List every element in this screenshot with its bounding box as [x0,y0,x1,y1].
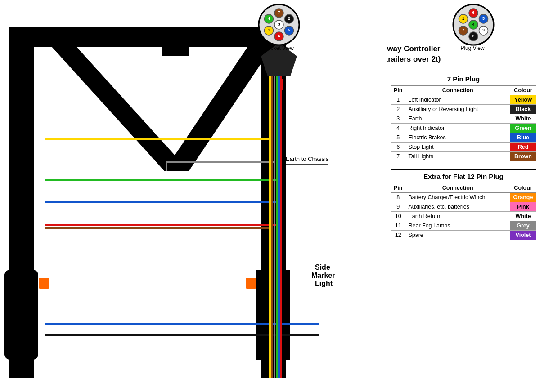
svg-rect-0 [0,0,387,392]
svg-text:Light: Light [14,280,32,287]
pin-number: 5 [391,133,405,143]
plug-view-label: Plug View [454,45,490,51]
pin-number: 7 [391,152,405,161]
connection-name: Tail Lights [405,152,510,161]
svg-rect-5 [9,27,286,47]
colour-cell: Yellow [510,95,536,105]
wiring-diagram: Side Marker Light Side Marker Light Eart… [0,0,387,392]
colour-cell: Black [510,105,536,114]
connection-name: Electric Brakes [405,133,510,143]
pin-number: 1 [391,95,405,105]
colour-cell: Brown [510,152,536,161]
7pin-header-colour: Colour [510,86,536,95]
connection-name: Earth Return [405,212,510,221]
svg-rect-10 [39,278,50,289]
table-row: 6 Stop Light Red [391,143,536,152]
colour-cell: Red [510,143,536,152]
colour-cell: Violet [510,231,536,240]
colour-cell: Green [510,124,536,133]
svg-text:Light: Light [315,280,333,287]
7pin-caption: 7 Pin Plug [391,72,536,85]
pin-number: 11 [391,221,405,231]
svg-text:Marker: Marker [311,272,335,279]
connection-name: Auxilliary or Reversing Light [405,105,510,114]
side-marker-right-label: Side [315,263,330,271]
side-marker-left-label: Side [14,263,29,271]
pin-number: 2 [391,105,405,114]
table-row: 1 Left Indicator Yellow [391,95,536,105]
pin-number: 12 [391,231,405,240]
7pin-table: 7 Pin Plug Pin Connection Colour 1 Left … [391,72,536,161]
socket-view-diagram [247,4,312,46]
colour-cell: Blue [510,133,536,143]
12pin-header-pin: Pin [391,183,405,193]
connection-name: Spare [405,231,510,240]
svg-rect-9 [256,270,290,360]
colour-cell: Orange [510,193,536,202]
svg-rect-6 [162,47,189,56]
connection-name: Right Indicator [405,124,510,133]
connection-name: Left Indicator [405,95,510,105]
colour-cell: White [510,212,536,221]
table-row: 11 Rear Fog Lamps Grey [391,221,536,231]
12pin-table: Extra for Flat 12 Pin Plug Pin Connectio… [391,169,536,240]
pin-number: 9 [391,202,405,212]
12pin-header-connection: Connection [405,183,510,193]
connection-name: Earth [405,114,510,124]
table-row: 7 Tail Lights Brown [391,152,536,161]
table-row: 10 Earth Return White [391,212,536,221]
plug-view-diagram [441,4,506,46]
table-row: 8 Battery Charger/Electric Winch Orange [391,193,536,202]
table-row: 5 Electric Brakes Blue [391,133,536,143]
pin-number: 3 [391,114,405,124]
colour-cell: Grey [510,221,536,231]
pin-number: 6 [391,143,405,152]
socket-view-label: Socket View [261,45,297,51]
svg-text:Marker: Marker [10,272,33,279]
table-row: 4 Right Indicator Green [391,124,536,133]
colour-cell: White [510,114,536,124]
table-row: 2 Auxilliary or Reversing Light Black [391,105,536,114]
earth-to-chassis-label: Earth to Chassis [286,156,329,162]
tables-panel: 7 Pin Plug Pin Connection Colour 1 Left … [387,72,540,248]
svg-rect-11 [246,278,256,289]
7pin-header-connection: Connection [405,86,510,95]
table-row: 9 Auxiliaries, etc, batteries Pink [391,202,536,212]
7pin-header-pin: Pin [391,86,405,95]
pin-number: 8 [391,193,405,202]
table-row: 3 Earth White [391,114,536,124]
12pin-caption: Extra for Flat 12 Pin Plug [391,169,536,183]
connection-name: Battery Charger/Electric Winch [405,193,510,202]
connection-name: Stop Light [405,143,510,152]
12pin-header-colour: Colour [510,183,536,193]
table-row: 12 Spare Violet [391,231,536,240]
colour-cell: Pink [510,202,536,212]
connection-name: Rear Fog Lamps [405,221,510,231]
pin-number: 4 [391,124,405,133]
connection-name: Auxiliaries, etc, batteries [405,202,510,212]
pin-number: 10 [391,212,405,221]
